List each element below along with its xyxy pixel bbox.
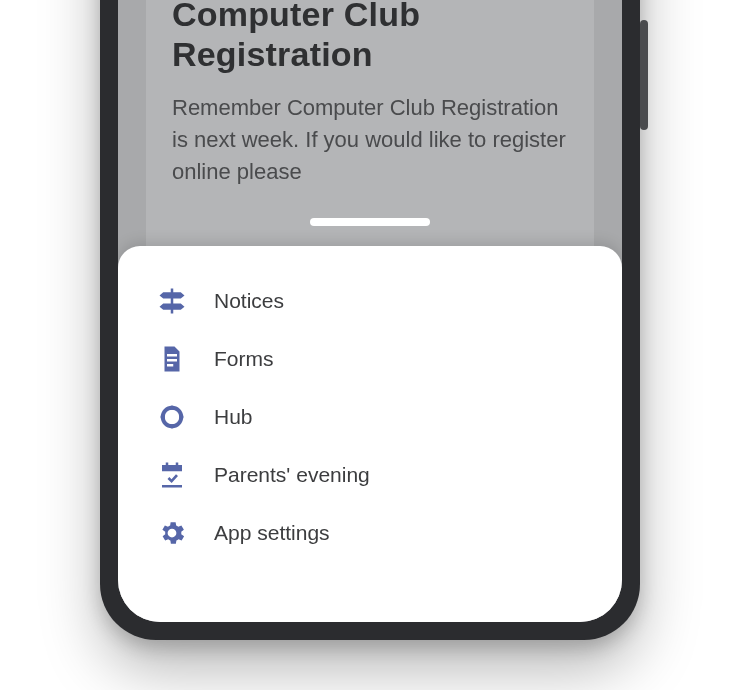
menu-item-hub[interactable]: Hub [132, 388, 608, 446]
notice-body: Remember Computer Club Registration is n… [172, 92, 568, 188]
menu-item-parents-evening[interactable]: Parents' evening [132, 446, 608, 504]
menu-item-label: App settings [214, 521, 330, 545]
menu-item-label: Hub [214, 405, 253, 429]
menu-item-label: Parents' evening [214, 463, 370, 487]
ring-icon [156, 401, 188, 433]
calendar-check-icon [156, 459, 188, 491]
menu-item-notices[interactable]: Notices [132, 272, 608, 330]
svg-point-1 [170, 424, 175, 429]
menu-list: Notices Forms Hub [132, 272, 608, 562]
menu-item-forms[interactable]: Forms [132, 330, 608, 388]
home-indicator[interactable] [310, 218, 430, 226]
svg-point-3 [179, 415, 184, 420]
menu-item-label: Notices [214, 289, 284, 313]
phone-side-button [640, 20, 648, 130]
menu-item-label: Forms [214, 347, 274, 371]
menu-item-app-settings[interactable]: App settings [132, 504, 608, 562]
notice-title: Computer Club Registration [172, 0, 568, 74]
svg-point-2 [161, 415, 166, 420]
document-icon [156, 343, 188, 375]
svg-point-0 [170, 406, 175, 411]
phone-frame: Computer Club Registration Remember Comp… [100, 0, 640, 640]
signpost-icon [156, 285, 188, 317]
gear-icon [156, 517, 188, 549]
phone-screen: Computer Club Registration Remember Comp… [118, 0, 622, 622]
bottom-sheet: Notices Forms Hub [118, 246, 622, 622]
